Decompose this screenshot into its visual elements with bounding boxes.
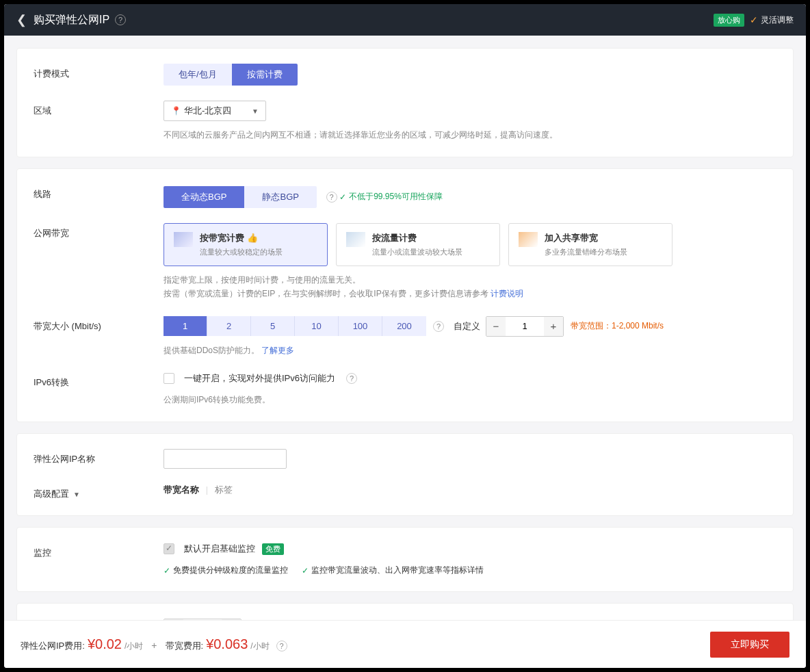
billing-yearly[interactable]: 包年/包月 [164, 64, 232, 86]
monitor-label: 监控 [34, 543, 164, 559]
range-hint: 带宽范围：1-2,000 Mbit/s [571, 320, 664, 332]
eip-name-input[interactable] [164, 449, 287, 469]
line-dynamic[interactable]: 全动态BGP [164, 186, 244, 208]
region-hint: 不同区域的云服务产品之间内网互不相通；请就近选择靠近您业务的区域，可减少网络时延… [164, 128, 776, 142]
stepper-minus[interactable]: − [486, 317, 506, 336]
footer-bar: 弹性公网IP费用: ¥0.02/小时 + 带宽费用: ¥0.063/小时 ? 立… [4, 620, 806, 668]
custom-label: 自定义 [454, 320, 480, 333]
eip-price: ¥0.02 [88, 636, 122, 652]
learn-more-link[interactable]: 了解更多 [261, 346, 294, 355]
monitor-text: 默认开启基础监控 [184, 543, 255, 555]
bw-opt-5[interactable]: 5 [251, 316, 295, 336]
billing-mode-segment: 包年/包月 按需计费 [164, 64, 298, 86]
ipv6-label: IPv6转换 [34, 372, 164, 389]
ipv6-text: 一键开启，实现对外提供IPv6访问能力 [184, 372, 335, 385]
ipv6-hint: 公测期间IPv6转换功能免费。 [164, 393, 776, 406]
tag-label: 标签 [215, 484, 233, 495]
buy-button[interactable]: 立即购买 [710, 632, 789, 658]
bw-name-label: 带宽名称 [164, 484, 199, 495]
eip-cost-label: 弹性公网IP费用: [21, 640, 85, 652]
check-circle-icon: ✓ [164, 566, 170, 576]
chart-area-icon [174, 232, 193, 247]
pin-icon: 📍 [171, 106, 181, 116]
bandwidth-size-buttons: 1 2 5 10 100 200 [164, 316, 426, 336]
bandwidth-card-by-traffic[interactable]: 按流量计费 流量小或流量波动较大场景 [336, 223, 500, 266]
ipv6-checkbox[interactable] [164, 373, 174, 384]
region-select[interactable]: 📍华北-北京四 ▼ [164, 101, 266, 121]
thumb-up-icon: 👍 [247, 233, 258, 243]
caret-down-icon: ▼ [252, 107, 259, 115]
billing-label: 计费模式 [34, 64, 164, 80]
bandwidth-label: 公网带宽 [34, 223, 164, 240]
help-icon[interactable]: ? [326, 192, 337, 203]
help-icon[interactable]: ? [115, 14, 126, 25]
page-title: 购买弹性公网IP [34, 13, 109, 27]
page-header: ❮ 购买弹性公网IP ? 放心购 ✓ 灵活调整 [4, 4, 806, 36]
flex-adjust-link[interactable]: ✓ 灵活调整 [750, 14, 794, 26]
bandwidth-input[interactable] [506, 317, 544, 336]
bw-opt-1[interactable]: 1 [164, 316, 207, 336]
line-static[interactable]: 静态BGP [244, 186, 316, 208]
help-icon[interactable]: ? [433, 321, 444, 332]
chart-line-icon [346, 232, 365, 247]
bandwidth-stepper: − + [486, 316, 564, 337]
size-label: 带宽大小 (Mbit/s) [34, 316, 164, 333]
bw-cost-label: 带宽费用: [166, 640, 204, 652]
bw-opt-10[interactable]: 10 [295, 316, 339, 336]
back-icon[interactable]: ❮ [16, 12, 27, 27]
bw-opt-100[interactable]: 100 [339, 316, 382, 336]
help-icon[interactable]: ? [276, 641, 287, 651]
advanced-toggle[interactable]: 高级配置 ▼ [34, 488, 80, 500]
region-label: 区域 [34, 101, 164, 117]
caret-down-icon: ▼ [73, 491, 80, 498]
monitor-checkbox[interactable] [164, 543, 174, 554]
line-sla: ✓ 不低于99.95%可用性保障 [339, 191, 443, 203]
check-icon: ✓ [750, 14, 758, 25]
chart-bars-icon [519, 232, 538, 247]
eip-name-label: 弹性公网IP名称 [34, 449, 164, 465]
reliable-badge: 放心购 [714, 14, 744, 27]
bw-opt-2[interactable]: 2 [207, 316, 251, 336]
billing-ondemand[interactable]: 按需计费 [232, 64, 298, 86]
check-circle-icon: ✓ [302, 566, 309, 576]
help-icon[interactable]: ? [346, 373, 357, 384]
bandwidth-card-shared[interactable]: 加入共享带宽 多业务流量错峰分布场景 [508, 223, 672, 266]
stepper-plus[interactable]: + [544, 317, 563, 336]
bandwidth-card-by-bw[interactable]: 按带宽计费 👍 流量较大或较稳定的场景 [164, 223, 328, 266]
billing-doc-link[interactable]: 计费说明 [491, 289, 523, 298]
free-badge: 免费 [262, 543, 284, 555]
line-segment: 全动态BGP 静态BGP [164, 186, 317, 208]
bw-opt-200[interactable]: 200 [382, 316, 426, 336]
check-circle-icon: ✓ [339, 192, 346, 202]
bw-price: ¥0.063 [206, 636, 248, 652]
line-label: 线路 [34, 184, 164, 201]
